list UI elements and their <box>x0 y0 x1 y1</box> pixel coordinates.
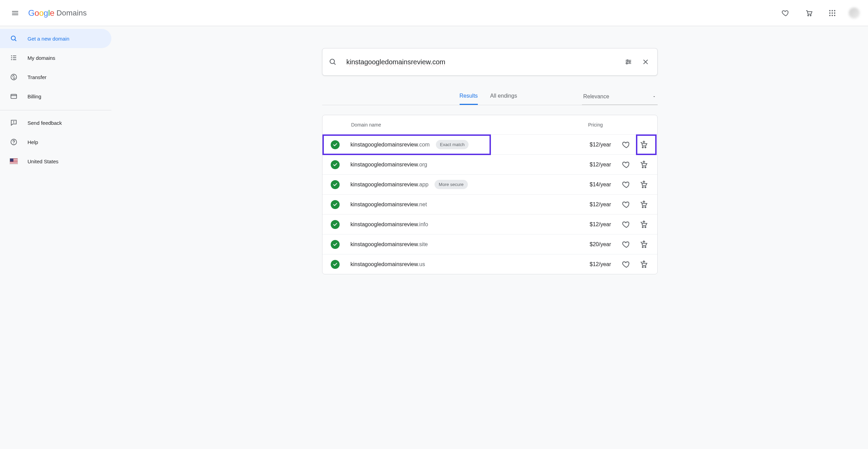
check-circle-icon <box>331 240 340 249</box>
svg-point-6 <box>832 12 833 14</box>
sidebar-item-label: Get a new domain <box>28 36 69 42</box>
result-row[interactable]: kinstagoogledomainsreview.org$12/year <box>322 154 657 174</box>
cart-button[interactable] <box>802 6 816 20</box>
favorite-button[interactable] <box>621 139 632 150</box>
sort-dropdown[interactable]: Relevance <box>582 90 658 105</box>
favorites-button[interactable] <box>779 6 792 20</box>
chevron-down-icon <box>652 95 656 99</box>
logo[interactable]: Google Domains <box>28 8 87 18</box>
check-circle-icon <box>331 200 340 209</box>
domain-search-bar <box>322 48 658 76</box>
sidebar: Get a new domain My domains Transfer Bil… <box>0 26 111 449</box>
svg-point-4 <box>834 10 835 11</box>
favorite-button[interactable] <box>621 199 632 210</box>
search-icon <box>329 58 337 66</box>
sidebar-item-my-domains[interactable]: My domains <box>0 48 111 67</box>
result-row[interactable]: kinstagoogledomainsreview.net$12/year <box>322 194 657 214</box>
add-to-cart-button[interactable] <box>638 219 649 230</box>
check-circle-icon <box>331 180 340 189</box>
favorite-button[interactable] <box>621 159 632 170</box>
result-row[interactable]: kinstagoogledomainsreview.appMore secure… <box>322 174 657 194</box>
feedback-icon <box>10 119 18 127</box>
add-to-cart-button[interactable] <box>638 259 649 270</box>
sidebar-item-locale[interactable]: United States <box>0 152 111 171</box>
svg-point-23 <box>330 59 334 64</box>
sidebar-item-help[interactable]: Help <box>0 132 111 152</box>
svg-point-5 <box>829 12 831 14</box>
add-cart-icon <box>639 160 648 169</box>
svg-point-0 <box>808 15 809 16</box>
results-card: Domain name Pricing kinstagoogledomainsr… <box>322 115 658 274</box>
svg-point-37 <box>642 247 643 248</box>
result-badge: Exact match <box>436 140 469 149</box>
add-cart-icon <box>639 200 648 209</box>
tab-all-endings[interactable]: All endings <box>490 89 517 105</box>
domain-price: $12/year <box>590 201 611 208</box>
add-to-cart-button[interactable] <box>638 139 649 150</box>
domain-price: $20/year <box>590 241 611 248</box>
result-badge: More secure <box>435 180 468 189</box>
domain-price: $14/year <box>590 182 611 188</box>
domain-name: kinstagoogledomainsreview.site <box>351 241 428 248</box>
svg-point-18 <box>11 74 17 80</box>
result-row[interactable]: kinstagoogledomainsreview.info$12/year <box>322 214 657 234</box>
sidebar-item-label: Transfer <box>28 74 46 80</box>
search-icon <box>10 34 18 43</box>
svg-point-25 <box>629 61 630 63</box>
favorite-button[interactable] <box>621 239 632 250</box>
sidebar-item-billing[interactable]: Billing <box>0 87 111 106</box>
sort-selected: Relevance <box>583 94 609 100</box>
add-to-cart-button[interactable] <box>638 199 649 210</box>
result-row[interactable]: kinstagoogledomainsreview.comExact match… <box>322 134 657 154</box>
check-circle-icon <box>331 220 340 229</box>
svg-point-10 <box>834 15 835 16</box>
svg-point-27 <box>642 147 643 148</box>
apps-button[interactable] <box>825 6 839 20</box>
heart-icon <box>622 240 631 249</box>
heart-icon <box>622 200 631 209</box>
svg-point-40 <box>645 266 646 267</box>
main: Results All endings Relevance Domain nam… <box>111 26 868 449</box>
domain-name: kinstagoogledomainsreview.app <box>351 182 429 188</box>
favorite-button[interactable] <box>621 259 632 270</box>
add-to-cart-button[interactable] <box>638 179 649 190</box>
favorite-button[interactable] <box>621 179 632 190</box>
svg-rect-19 <box>11 95 17 99</box>
svg-rect-15 <box>13 57 16 58</box>
sidebar-item-label: My domains <box>28 55 55 61</box>
svg-point-20 <box>13 123 14 123</box>
page: Get a new domain My domains Transfer Bil… <box>0 26 868 449</box>
favorite-button[interactable] <box>621 219 632 230</box>
sidebar-separator <box>0 110 111 110</box>
flag-us-icon <box>10 157 18 165</box>
domain-search-input[interactable] <box>346 58 623 66</box>
close-icon <box>642 58 649 66</box>
tab-results[interactable]: Results <box>460 89 478 105</box>
heart-icon <box>622 160 631 169</box>
svg-point-34 <box>645 207 646 208</box>
sidebar-item-feedback[interactable]: Send feedback <box>0 113 111 132</box>
svg-point-8 <box>829 15 831 16</box>
result-row[interactable]: kinstagoogledomainsreview.site$20/year <box>322 234 657 254</box>
svg-point-3 <box>832 10 833 11</box>
heart-icon <box>622 220 631 229</box>
domain-price: $12/year <box>590 162 611 168</box>
add-cart-icon <box>639 220 648 229</box>
sidebar-item-get-domain[interactable]: Get a new domain <box>0 29 111 48</box>
transfer-icon <box>10 73 18 81</box>
check-circle-icon <box>331 140 340 149</box>
svg-rect-17 <box>13 59 16 60</box>
svg-point-32 <box>645 187 646 188</box>
domain-name: kinstagoogledomainsreview.us <box>351 261 425 267</box>
add-to-cart-button[interactable] <box>638 239 649 250</box>
clear-search-button[interactable] <box>640 56 651 67</box>
add-to-cart-button[interactable] <box>638 159 649 170</box>
domain-price: $12/year <box>590 221 611 228</box>
search-filters-button[interactable] <box>623 56 634 67</box>
sidebar-item-transfer[interactable]: Transfer <box>0 67 111 87</box>
main-menu-button[interactable] <box>8 6 22 20</box>
result-row[interactable]: kinstagoogledomainsreview.us$12/year <box>322 254 657 274</box>
account-avatar[interactable] <box>849 8 860 19</box>
svg-point-1 <box>810 15 811 16</box>
svg-rect-13 <box>13 56 16 56</box>
